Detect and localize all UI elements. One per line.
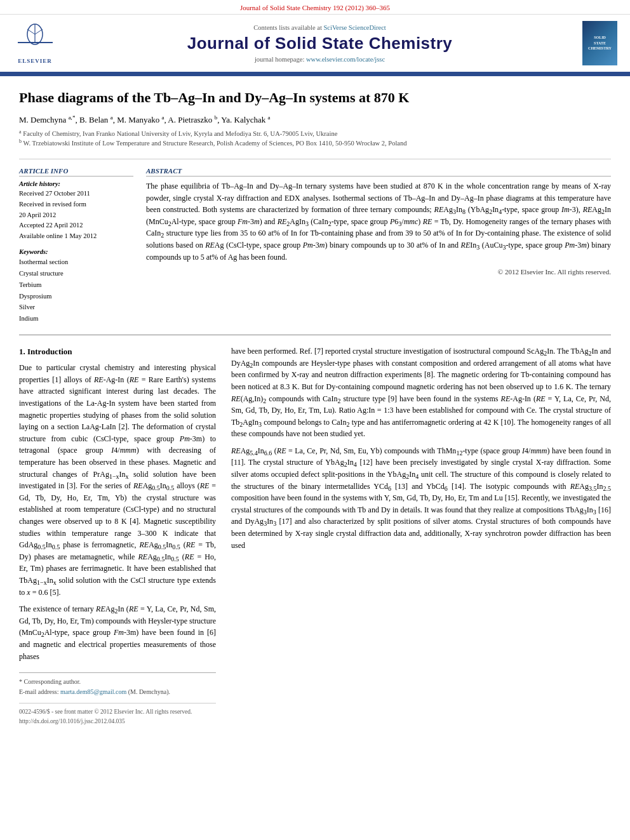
journal-homepage: journal homepage: www.elsevier.com/locat… bbox=[67, 56, 572, 63]
footnote-section: * Corresponding author. E-mail address: … bbox=[19, 672, 216, 697]
body-divider bbox=[19, 335, 611, 335]
copyright-text: © 2012 Elsevier Inc. All rights reserved… bbox=[146, 268, 611, 276]
main-content: Phase diagrams of the Tb–Ag–In and Dy–Ag… bbox=[0, 76, 630, 739]
body-section: 1. Introduction Due to particular crysta… bbox=[19, 345, 611, 726]
keywords-section: Keywords: Isothermal section Crystal str… bbox=[19, 248, 133, 324]
journal-header: ELSEVIER Contents lists available at Sci… bbox=[0, 15, 630, 74]
history-label: Article history: bbox=[19, 180, 133, 187]
article-title: Phase diagrams of the Tb–Ag–In and Dy–Ag… bbox=[19, 89, 611, 107]
intro-para-1: Due to particular crystal chemistry and … bbox=[19, 362, 216, 598]
elsevier-logo: ELSEVIER bbox=[13, 23, 57, 64]
footnote-email: E-mail address: marta.dem85@gmail.com (M… bbox=[19, 687, 216, 697]
svg-line-3 bbox=[27, 29, 35, 34]
homepage-link[interactable]: www.elsevier.com/locate/jssc bbox=[306, 56, 385, 63]
keyword-6: Indium bbox=[19, 313, 133, 324]
journal-citation: Journal of Solid State Chemistry 192 (20… bbox=[240, 4, 390, 11]
svg-line-4 bbox=[35, 29, 43, 34]
right-para-1: have been performed. Ref. [7] reported c… bbox=[231, 345, 611, 440]
footer-doi: http://dx.doi.org/10.1016/j.jssc.2012.04… bbox=[19, 717, 216, 726]
right-para-2: REAg5.4In6.6 (RE = La, Ce, Pr, Nd, Sm, E… bbox=[231, 445, 611, 551]
article-info-panel: ARTICLE INFO Article history: Received 2… bbox=[19, 167, 133, 324]
keyword-1: Isothermal section bbox=[19, 257, 133, 268]
keyword-3: Terbium bbox=[19, 279, 133, 291]
keywords-list: Isothermal section Crystal structure Ter… bbox=[19, 257, 133, 324]
article-meta-section: ARTICLE INFO Article history: Received 2… bbox=[19, 167, 611, 324]
journal-cover: SOLIDSTATECHEMISTRY bbox=[582, 21, 617, 65]
abstract-title: ABSTRACT bbox=[146, 167, 611, 177]
sciverse-link[interactable]: SciVerse ScienceDirect bbox=[323, 24, 385, 31]
keywords-label: Keywords: bbox=[19, 248, 133, 255]
body-right-col: have been performed. Ref. [7] reported c… bbox=[231, 345, 611, 726]
footnote-email-link[interactable]: marta.dem85@gmail.com bbox=[60, 688, 126, 695]
section1-title: Introduction bbox=[27, 347, 72, 356]
footer-bar: 0022-4596/$ - see front matter © 2012 El… bbox=[19, 703, 216, 726]
keyword-2: Crystal structure bbox=[19, 268, 133, 279]
sciverse-line: Contents lists available at SciVerse Sci… bbox=[67, 24, 572, 31]
section1-heading: 1. Introduction bbox=[19, 345, 216, 358]
info-dates: Received 27 October 2011 Received in rev… bbox=[19, 189, 133, 242]
keyword-4: Dysprosium bbox=[19, 291, 133, 302]
divider-1 bbox=[19, 159, 611, 159]
top-bar: Journal of Solid State Chemistry 192 (20… bbox=[0, 0, 630, 15]
article-history: Article history: Received 27 October 201… bbox=[19, 180, 133, 242]
abstract-text: The phase equilibria of Tb–Ag–In and Dy–… bbox=[146, 180, 611, 263]
article-info-title: ARTICLE INFO bbox=[19, 167, 133, 177]
body-left-col: 1. Introduction Due to particular crysta… bbox=[19, 345, 216, 726]
footer-issn: 0022-4596/$ - see front matter © 2012 El… bbox=[19, 707, 216, 717]
footnote-star: * Corresponding author. bbox=[19, 677, 216, 687]
affiliations: a Faculty of Chemistry, Ivan Franko Nati… bbox=[19, 129, 611, 149]
journal-main-title: Journal of Solid State Chemistry bbox=[67, 34, 572, 53]
authors-line: M. Demchyna a,*, B. Belan a, M. Manyako … bbox=[19, 115, 611, 125]
journal-title-block: Contents lists available at SciVerse Sci… bbox=[67, 24, 572, 63]
abstract-panel: ABSTRACT The phase equilibria of Tb–Ag–I… bbox=[146, 167, 611, 324]
intro-para-2: The existence of ternary REAg2In (RE = Y… bbox=[19, 603, 216, 662]
keyword-5: Silver bbox=[19, 302, 133, 313]
section1-number: 1. bbox=[19, 347, 27, 356]
